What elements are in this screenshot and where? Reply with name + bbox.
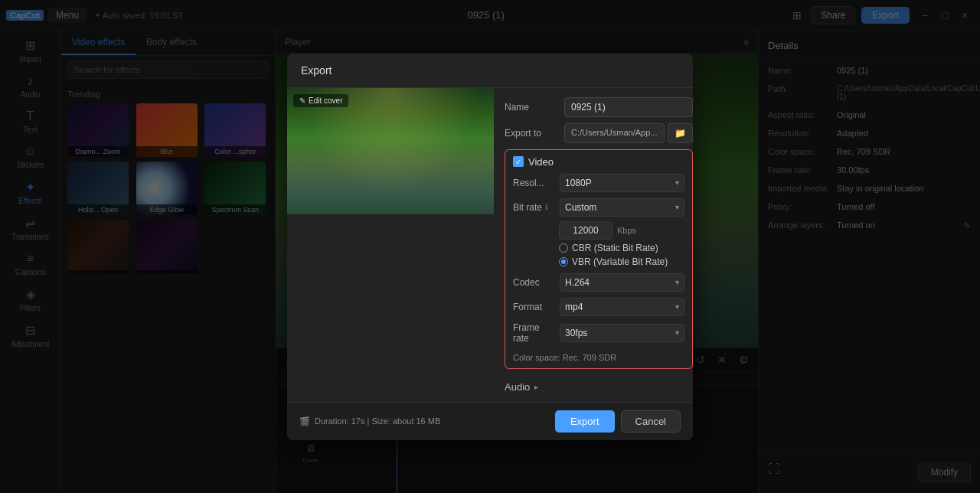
- format-chevron: ▾: [675, 302, 679, 311]
- audio-caret: ▸: [534, 383, 538, 391]
- resolution-value: 1080P: [565, 178, 675, 188]
- export-path-row: C:/Users/Usman/App... 📁: [564, 123, 693, 143]
- format-value: mp4: [565, 302, 675, 312]
- vbr-option[interactable]: VBR (Variable Bit Rate): [559, 256, 668, 267]
- bitrate-info-icon[interactable]: ℹ: [545, 203, 548, 211]
- name-row: Name: [505, 97, 693, 117]
- framerate-chevron: ▾: [675, 328, 679, 337]
- footer-buttons: Export Cancel: [555, 410, 681, 433]
- bitrate-value-label: Custom: [565, 202, 675, 213]
- framerate-select[interactable]: 30fps ▾: [560, 324, 684, 342]
- format-select[interactable]: mp4 ▾: [560, 298, 684, 316]
- vbr-label: VBR (Variable Bit Rate): [572, 256, 668, 267]
- folder-button[interactable]: 📁: [668, 123, 693, 143]
- codec-chevron: ▾: [675, 278, 679, 286]
- edit-cover-button[interactable]: ✎ Edit cover: [293, 94, 348, 107]
- modal-form: Name Export to C:/Users/Usman/App... 📁 ✓…: [494, 88, 693, 402]
- resolution-row: Resol... 1080P ▾: [513, 174, 684, 192]
- codec-value: H.264: [565, 277, 675, 288]
- bitrate-input[interactable]: [559, 221, 612, 240]
- export-button-modal[interactable]: Export: [555, 410, 615, 433]
- bitrate-select[interactable]: Custom ▾: [560, 198, 684, 217]
- bitrate-row: Bit rate ℹ Custom ▾: [513, 198, 684, 217]
- framerate-row: Frame rate 30fps ▾: [513, 322, 684, 344]
- codec-label: Codec: [513, 277, 555, 288]
- framerate-label: Frame rate: [513, 322, 555, 344]
- modal-overlay: Export ✎ Edit cover Name: [0, 0, 980, 493]
- modal-body: ✎ Edit cover Name Export to C:/Users/Usm…: [287, 88, 693, 402]
- codec-row: Codec H.264 ▾: [513, 273, 684, 292]
- modal-preview-panel: ✎ Edit cover: [287, 88, 494, 402]
- video-section-label: Video: [528, 156, 554, 168]
- export-to-label: Export to: [505, 128, 558, 139]
- export-path-input[interactable]: C:/Users/Usman/App...: [564, 123, 665, 143]
- video-settings-box: ✓ Video Resol... 1080P ▾ Bi: [505, 149, 693, 369]
- footer-info: 🎬 Duration: 17s | Size: about 16 MB: [299, 416, 440, 426]
- bitrate-unit: Kbps: [617, 226, 636, 235]
- cbr-label: CBR (Static Bit Rate): [572, 243, 658, 253]
- video-checkbox[interactable]: ✓: [513, 156, 524, 167]
- video-preview: ✎ Edit cover: [287, 88, 494, 214]
- resolution-label: Resol...: [513, 178, 555, 188]
- framerate-value: 30fps: [565, 328, 675, 338]
- modal-footer: 🎬 Duration: 17s | Size: about 16 MB Expo…: [287, 402, 693, 440]
- format-label: Format: [513, 302, 555, 312]
- title-text: Export: [301, 64, 332, 77]
- export-to-row: Export to C:/Users/Usman/App... 📁: [505, 123, 693, 143]
- name-label: Name: [505, 102, 558, 113]
- color-space-text: Color space: Rec. 709 SDR: [513, 348, 684, 362]
- bitrate-label: Bit rate ℹ: [513, 202, 555, 213]
- edit-cover-label: Edit cover: [309, 96, 342, 105]
- audio-section[interactable]: Audio ▸: [505, 375, 693, 393]
- footer-info-text: Duration: 17s | Size: about 16 MB: [315, 416, 440, 426]
- bitrate-chevron: ▾: [675, 203, 679, 211]
- export-modal: Export ✎ Edit cover Name: [287, 54, 693, 440]
- bitrate-detail: Kbps CBR (Static Bit Rate) VBR (Varia: [513, 221, 684, 267]
- film-icon: 🎬: [299, 416, 310, 426]
- codec-select[interactable]: H.264 ▾: [560, 273, 684, 292]
- cbr-radio: [559, 243, 568, 253]
- cbr-vbr-options: CBR (Static Bit Rate): [559, 243, 684, 253]
- video-box-header: ✓ Video: [513, 156, 684, 168]
- modal-title: Export: [287, 54, 693, 88]
- format-row: Format mp4 ▾: [513, 298, 684, 316]
- resolution-chevron: ▾: [675, 178, 679, 187]
- cancel-button[interactable]: Cancel: [621, 410, 681, 433]
- resolution-select[interactable]: 1080P ▾: [560, 174, 684, 192]
- vbr-option-row: VBR (Variable Bit Rate): [559, 256, 684, 267]
- cbr-option[interactable]: CBR (Static Bit Rate): [559, 243, 658, 253]
- vbr-radio: [559, 257, 568, 266]
- audio-label: Audio: [505, 381, 530, 393]
- pencil-icon: ✎: [299, 96, 305, 105]
- bitrate-input-row: Kbps: [559, 221, 684, 240]
- name-input[interactable]: [564, 97, 693, 117]
